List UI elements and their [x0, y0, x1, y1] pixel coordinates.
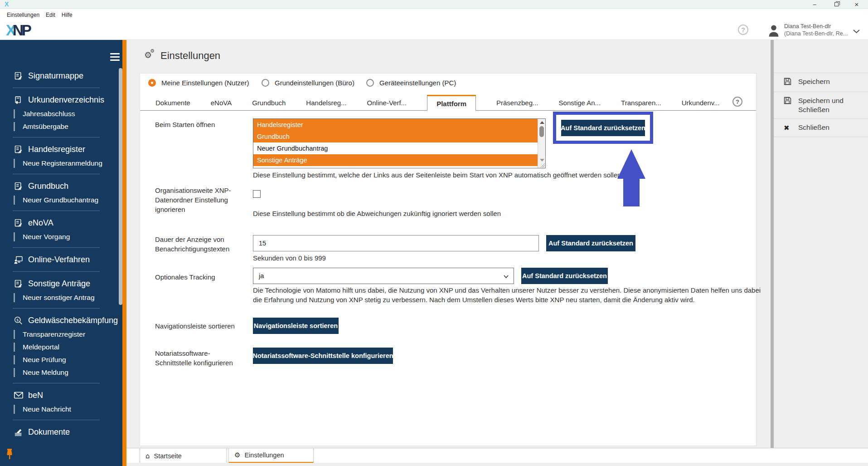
user-info[interactable]: Diana Test-Ben-dlr (Diana Test-Ben-dlr, … — [784, 23, 848, 37]
sidebar-item-neue-nachricht[interactable]: Neue Nachricht — [0, 403, 116, 416]
sidebar-item-urkundenverzeichnis[interactable]: Urkundenverzeichnis — [0, 92, 116, 108]
menu-edit[interactable]: Edit — [43, 12, 58, 18]
resize-grip-icon[interactable] — [541, 163, 545, 167]
subitem-bar — [14, 293, 15, 302]
tab-urkundenverzeichnis[interactable]: Urkundenv... — [682, 99, 720, 107]
listbox-option[interactable]: Handelsregister — [253, 119, 545, 131]
person-screen-icon — [14, 255, 25, 265]
scrollbar-thumb[interactable] — [539, 126, 544, 137]
sidebar-item-handelsregister[interactable]: Handelsregister — [0, 142, 116, 157]
sidebar-item-geldwaeschebekaempfung[interactable]: $ Geldwäschebekämpfung — [0, 313, 116, 328]
tab-praesenzbeglaubigung[interactable]: Präsenzbeg... — [496, 99, 538, 107]
duration-input[interactable] — [253, 235, 539, 251]
org-folder-checkbox[interactable] — [253, 190, 261, 198]
sidebar-item-neue-meldung[interactable]: Neue Meldung — [0, 366, 116, 379]
tracking-help-line1: Die Technologie von Matomo hilft uns dab… — [253, 286, 761, 294]
window-titlebar: X – × — [0, 0, 868, 9]
svg-text:$: $ — [16, 318, 19, 322]
xnp-logo: XNP — [6, 22, 30, 39]
minimize-button[interactable]: – — [808, 0, 821, 9]
radio-meine-einstellungen[interactable]: Meine Einstellungen (Nutzer) — [148, 79, 249, 87]
sidebar-subitem-label: Jahresabschluss — [23, 110, 75, 118]
nav-sort-button[interactable]: Navigationsleiste sortieren — [253, 318, 339, 334]
sidebar-item-amtsuebergabe[interactable]: Amtsübergabe — [0, 120, 116, 133]
sidebar-item-neuer-sonstiger-antrag[interactable]: Neuer sonstiger Antrag — [0, 291, 116, 304]
sidebar-item-neuer-grundbuchantrag[interactable]: Neuer Grundbuchantrag — [0, 194, 116, 206]
sidebar-divider — [13, 174, 100, 174]
listbox-option[interactable]: Grundbuch — [253, 131, 545, 142]
listbox-option[interactable]: Neuer Grundbuchantrag — [253, 142, 545, 154]
notary-iface-label: Notariatssoftware-Schnittstelle konfigur… — [155, 348, 241, 368]
tracking-select[interactable]: ja — [253, 268, 514, 284]
sidebar-item-signaturmappe[interactable]: Signaturmappe — [0, 68, 116, 83]
annotation-highlight-box: Auf Standard zurücksetzen — [553, 112, 653, 144]
sidebar-item-transparenzregister[interactable]: Transparenzregister — [0, 328, 116, 341]
chevron-down-icon[interactable] — [853, 27, 860, 35]
tab-enova[interactable]: eNoVA — [211, 99, 232, 107]
sidebar-item-label: Urkundenverzeichnis — [28, 95, 104, 105]
sidebar-item-meldeportal[interactable]: Meldeportal — [0, 341, 116, 353]
document-edit-icon — [14, 71, 25, 81]
sidebar-item-jahresabschluss[interactable]: Jahresabschluss — [0, 108, 116, 120]
radio-label: Geräteeinstellungen (PC) — [379, 79, 456, 87]
maximize-button[interactable] — [829, 0, 843, 9]
radio-geraeteeinstellungen[interactable]: Geräteeinstellungen (PC) — [366, 79, 456, 87]
tab-transparenzregister[interactable]: Transparen... — [621, 99, 661, 107]
envelope-icon — [14, 391, 25, 399]
menu-einstellungen[interactable]: Einstellungen — [4, 12, 43, 18]
close-button[interactable]: × — [850, 0, 863, 9]
tab-sonstige-antraege[interactable]: Sonstige An... — [559, 99, 601, 107]
tab-plattform-active[interactable]: Plattform — [427, 95, 476, 111]
save-and-close-button[interactable]: Speichern und Schließen — [774, 92, 868, 119]
save-button[interactable]: Speichern — [774, 73, 868, 92]
sidebar-item-neuer-vorgang[interactable]: Neuer Vorgang — [0, 231, 116, 243]
subitem-bar — [14, 232, 15, 241]
tab-online-verfahren[interactable]: Online-Verf... — [367, 99, 407, 107]
tab-help-icon[interactable]: ? — [732, 97, 742, 107]
page-header: ⚙⚙ Einstellungen — [144, 50, 220, 62]
menubar: Einstellungen Edit Hilfe — [0, 9, 868, 21]
startup-help-text: Diese Einstellung bestimmt, welche der L… — [253, 171, 623, 179]
document-edit-icon — [14, 181, 25, 191]
help-icon[interactable]: ? — [738, 25, 748, 35]
notary-iface-button[interactable]: Notariatssoftware-Schnittstelle konfigur… — [253, 348, 393, 364]
tab-handelsregister[interactable]: Handelsreg... — [306, 99, 346, 107]
hamburger-menu-icon[interactable] — [110, 53, 120, 61]
logo-np: NP — [13, 22, 30, 39]
sidebar-item-enova[interactable]: eNoVA — [0, 215, 116, 231]
tab-grundbuch[interactable]: Grundbuch — [252, 99, 286, 107]
scroll-down-icon[interactable] — [540, 159, 544, 162]
sidebar-subitem-label: Neue Nachricht — [23, 405, 71, 413]
scroll-up-icon[interactable] — [540, 121, 544, 124]
close-panel-button[interactable]: ✖ Schließen — [774, 119, 868, 137]
bottom-tab-einstellungen-active[interactable]: ⚙ Einstellungen — [228, 448, 314, 463]
listbox-option[interactable]: Sonstige Anträge — [253, 154, 545, 166]
org-folder-help-text: Diese Einstellung bestimmt ob die Abweic… — [253, 210, 501, 217]
sidebar-item-online-verfahren[interactable]: Online-Verfahren — [0, 252, 116, 267]
radio-grundeinstellungen[interactable]: Grundeinstellungen (Büro) — [262, 79, 354, 87]
pin-icon[interactable] — [5, 448, 14, 461]
sidebar-item-dokumente[interactable]: Dokumente — [0, 424, 116, 440]
sidebar-item-neue-registeranmeldung[interactable]: Neue Registeranmeldung — [0, 157, 116, 170]
duration-reset-button[interactable]: Auf Standard zurücksetzen — [546, 235, 635, 251]
sidebar-item-ben[interactable]: beN — [0, 388, 116, 403]
tracking-reset-button[interactable]: Auf Standard zurücksetzen — [521, 268, 608, 284]
tab-dokumente[interactable]: Dokumente — [155, 99, 190, 107]
sidebar-subitem-label: Neue Meldung — [23, 368, 68, 377]
org-folder-label: Organisationsweite XNP-Datenordner Einst… — [155, 186, 241, 214]
startup-reset-button[interactable]: Auf Standard zurücksetzen — [561, 120, 645, 136]
gear-icon: ⚙ — [234, 451, 240, 459]
document-edit-icon — [14, 145, 25, 154]
listbox-scrollbar[interactable] — [538, 119, 545, 168]
sidebar-divider — [13, 247, 100, 248]
search-dollar-icon: $ — [14, 316, 25, 325]
sidebar-item-sonstige-antraege[interactable]: Sonstige Anträge — [0, 276, 116, 291]
sidebar-item-label: Grundbuch — [28, 181, 68, 191]
startup-listbox[interactable]: Handelsregister Grundbuch Neuer Grundbuc… — [253, 118, 546, 168]
sidebar-scrollbar[interactable] — [119, 68, 122, 305]
bottom-tab-startseite[interactable]: ⌂ Startseite — [140, 448, 227, 463]
sidebar-item-grundbuch[interactable]: Grundbuch — [0, 178, 116, 194]
sidebar-item-neue-pruefung[interactable]: Neue Prüfung — [0, 353, 116, 366]
subitem-bar — [14, 405, 15, 414]
menu-hilfe[interactable]: Hilfe — [58, 12, 76, 18]
